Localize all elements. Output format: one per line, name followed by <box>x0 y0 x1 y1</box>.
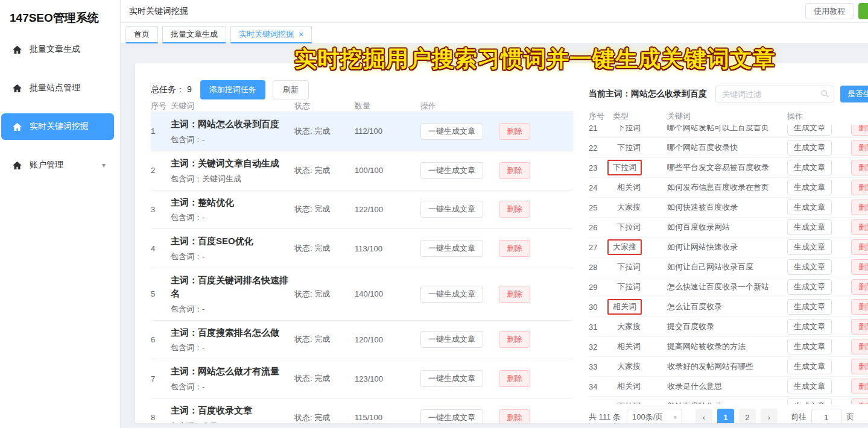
delete-button[interactable]: 删除 <box>851 339 868 354</box>
table-row[interactable]: 6 主词：百度搜索排名怎么做 包含词：- 状态: 完成 120/100 一键生成… <box>151 321 573 360</box>
generate-article-button[interactable]: 生成文章 <box>787 299 832 315</box>
delete-button[interactable]: 删除 <box>499 240 530 257</box>
tab[interactable]: 实时关键词挖掘 × <box>230 26 312 43</box>
keyword-text: 如何百度收录网站 <box>667 222 787 233</box>
sidebar-menu: 批量文章生成 ▾ 批量站点管理 ▾ 实时关键词挖掘 ▾ <box>0 36 120 178</box>
delete-button[interactable]: 删除 <box>851 299 868 315</box>
task-actions: 一键生成文章 删除 <box>413 286 573 303</box>
keyword-text: 新站百度秒收录 <box>667 401 787 404</box>
generate-article-button[interactable]: 生成文章 <box>787 279 832 295</box>
task-main-word: 主词：百度收录文章 <box>171 404 291 417</box>
generate-article-button[interactable]: 生成文章 <box>787 339 832 354</box>
refresh-button[interactable]: 刷新 <box>273 80 309 99</box>
delete-button[interactable]: 删除 <box>499 370 530 387</box>
table-row[interactable]: 7 主词：网站怎么做才有流量 包含词：- 状态: 完成 123/100 一键生成… <box>151 359 573 398</box>
generate-article-button[interactable]: 一键生成文章 <box>420 286 483 303</box>
delete-button[interactable]: 删除 <box>851 359 868 374</box>
table-row: 24 相关词 如何发布信息百度收录在首页 生成文章 删除 <box>589 178 868 198</box>
table-row[interactable]: 3 主词：整站优化 包含词：- 状态: 完成 122/100 一键生成文章 删除 <box>151 190 573 230</box>
keyword-text: 怎么让百度收录 <box>667 301 787 312</box>
search-icon <box>820 89 829 98</box>
generate-article-button[interactable]: 生成文章 <box>787 379 832 394</box>
tab[interactable]: 批量文章生成 × <box>162 26 226 43</box>
task-count: 113/100 <box>355 244 413 253</box>
task-count: 100/100 <box>355 166 413 175</box>
generate-article-button[interactable]: 一键生成文章 <box>420 123 483 140</box>
generate-article-button[interactable]: 一键生成文章 <box>420 331 483 348</box>
delete-button[interactable]: 删除 <box>499 162 530 179</box>
tutorial-button[interactable]: 使用教程 <box>805 3 854 19</box>
generate-article-button[interactable]: 一键生成文章 <box>420 409 483 423</box>
keyword-text: 哪个网站发帖可以上百度首页 <box>667 125 787 133</box>
table-row[interactable]: 1 主词：网站怎么收录到百度 包含词：- 状态: 完成 112/100 一键生成… <box>151 112 573 151</box>
keyword-actions: 生成文章 删除 <box>787 299 868 315</box>
close-icon[interactable]: × <box>299 30 303 39</box>
add-task-button[interactable]: 添加挖词任务 <box>200 80 265 99</box>
table-row[interactable]: 4 主词：百度SEO优化 包含词：- 状态: 完成 113/100 一键生成文章… <box>151 229 573 268</box>
delete-button[interactable]: 删除 <box>851 160 868 175</box>
generate-article-button[interactable]: 生成文章 <box>787 219 832 235</box>
delete-button[interactable]: 删除 <box>851 259 868 275</box>
delete-button[interactable]: 删除 <box>851 319 868 335</box>
page-number-button[interactable]: 2 <box>739 409 756 423</box>
table-row[interactable]: 8 主词：百度收录文章 包含词：收录 状态: 完成 115/100 一键生成文章… <box>151 398 573 423</box>
generate-article-button[interactable]: 生成文章 <box>787 140 832 156</box>
page-size-select[interactable]: 100条/页 ▾ <box>627 409 682 423</box>
generate-article-button[interactable]: 生成文章 <box>787 160 832 175</box>
delete-button[interactable]: 删除 <box>499 331 530 348</box>
keyword-text: 提高网站被收录的方法 <box>667 341 787 352</box>
task-actions: 一键生成文章 删除 <box>413 331 573 348</box>
table-row[interactable]: 2 主词：关键词文章自动生成 包含词：关键词生成 状态: 完成 100/100 … <box>151 151 573 190</box>
keyword-actions: 生成文章 删除 <box>787 219 868 235</box>
sidebar-item[interactable]: 实时关键词挖掘 ▾ <box>1 113 114 140</box>
delete-button[interactable]: 删除 <box>851 279 868 295</box>
generate-article-button[interactable]: 生成文章 <box>787 259 832 275</box>
delete-button[interactable]: 删除 <box>851 140 868 156</box>
delete-button[interactable]: 删除 <box>851 398 868 404</box>
generate-article-button[interactable]: 生成文章 <box>787 359 832 374</box>
delete-button[interactable]: 删除 <box>851 239 868 255</box>
task-actions: 一键生成文章 删除 <box>413 370 573 387</box>
keyword-text: 收录是什么意思 <box>667 381 787 392</box>
page-unit-label: 页 <box>846 412 854 423</box>
generate-article-button[interactable]: 生成文章 <box>787 239 832 255</box>
generate-article-button[interactable]: 一键生成文章 <box>420 370 483 387</box>
delete-button[interactable]: 删除 <box>851 379 868 394</box>
row-index: 28 <box>589 263 613 272</box>
delete-button[interactable]: 删除 <box>499 409 530 423</box>
corner-action-button[interactable] <box>858 3 868 19</box>
generate-article-button[interactable]: 生成文章 <box>787 180 832 195</box>
generate-article-button[interactable]: 生成文章 <box>787 125 832 136</box>
delete-button[interactable]: 删除 <box>499 201 530 218</box>
goto-page-input[interactable] <box>811 409 841 423</box>
delete-button[interactable]: 删除 <box>499 123 530 140</box>
delete-button[interactable]: 删除 <box>851 180 868 195</box>
generate-article-button[interactable]: 生成文章 <box>787 200 832 215</box>
task-keyword-cell: 主词：关键词文章自动生成 包含词：关键词生成 <box>171 157 294 184</box>
next-page-button[interactable]: › <box>761 409 778 423</box>
keyword-filter-input[interactable] <box>715 86 834 102</box>
generate-article-button[interactable]: 生成文章 <box>787 319 832 335</box>
prev-page-button[interactable]: ‹ <box>695 409 712 423</box>
home-icon <box>12 160 22 171</box>
delete-button[interactable]: 删除 <box>851 200 868 215</box>
sidebar-item[interactable]: 批量文章生成 ▾ <box>0 36 114 63</box>
generate-article-button[interactable]: 生成文章 <box>787 398 832 404</box>
generate-article-button[interactable]: 一键生成文章 <box>420 201 483 218</box>
delete-button[interactable]: 删除 <box>851 125 868 136</box>
generate-article-button[interactable]: 一键生成文章 <box>420 162 483 179</box>
delete-button[interactable]: 删除 <box>851 219 868 235</box>
page-number-button[interactable]: 1 <box>717 409 734 423</box>
row-index: 26 <box>589 223 613 232</box>
sidebar-item[interactable]: 账户管理 ▾ <box>0 152 114 178</box>
generate-article-button[interactable]: 一键生成文章 <box>420 240 483 257</box>
generate-toggle-button[interactable]: 是否生成 <box>840 86 868 102</box>
task-count: 115/100 <box>355 413 413 422</box>
table-row: 35 下拉词 新站百度秒收录 生成文章 删除 <box>589 397 868 404</box>
keywords-table-header: 序号 类型 关键词 操作 <box>589 108 868 125</box>
sidebar-item[interactable]: 批量站点管理 ▾ <box>0 75 114 101</box>
table-row[interactable]: 5 主词：百度关键词排名快速排名 包含词：- 状态: 完成 140/100 一键… <box>151 268 573 321</box>
delete-button[interactable]: 删除 <box>499 286 530 303</box>
tab[interactable]: 首页 × <box>125 26 158 43</box>
keyword-type-cell: 相关词 <box>613 380 667 393</box>
